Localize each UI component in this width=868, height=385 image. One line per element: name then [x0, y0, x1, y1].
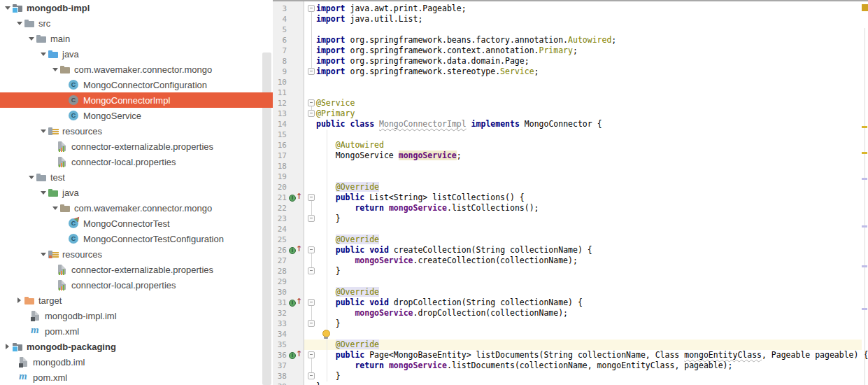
code-line[interactable]: } [316, 371, 341, 382]
code-line[interactable]: @Autowired [316, 140, 384, 150]
code-line[interactable]: mongoService.createCollection(collection… [316, 255, 578, 266]
fold-marker-start[interactable] [308, 246, 315, 253]
fold-marker-end[interactable] [308, 110, 315, 117]
line-number[interactable]: 3 [273, 4, 287, 14]
fold-marker-end[interactable] [308, 68, 315, 75]
line-number[interactable]: 12 [273, 98, 287, 108]
code-line[interactable]: import java.util.List; [316, 14, 422, 24]
tree-item[interactable]: target [0, 293, 273, 308]
line-number[interactable]: 11 [273, 88, 287, 98]
line-number[interactable]: 9 [273, 66, 287, 77]
code-line[interactable]: import org.springframework.stereotype.Se… [316, 66, 539, 77]
line-number[interactable]: 16 [273, 140, 287, 150]
tree-item[interactable]: com.wavemaker.connector.mongo [0, 62, 273, 77]
code-line[interactable]: import org.springframework.beans.factory… [316, 35, 616, 46]
line-number[interactable]: 19 [273, 172, 287, 182]
tree-item[interactable]: MongoService [0, 108, 273, 123]
implementing-method-gutter-icon[interactable]: ↑ [289, 193, 303, 202]
line-number[interactable]: 24 [273, 224, 287, 234]
fold-marker-start[interactable] [308, 194, 315, 201]
fold-marker-end[interactable] [308, 372, 315, 379]
code-line[interactable]: public class MongoConnectorImpl implemen… [316, 119, 602, 130]
inspection-status-indicator[interactable] [862, 4, 868, 11]
code-line[interactable]: return mongoService.listDocuments(collec… [316, 360, 732, 371]
chevron-down-icon[interactable] [50, 200, 59, 216]
stripe-mark-usage[interactable] [862, 178, 867, 180]
stripe-mark-warning[interactable] [862, 152, 867, 154]
code-line[interactable]: import org.springframework.context.annot… [316, 46, 578, 56]
line-number[interactable]: 33 [273, 318, 287, 329]
intention-bulb-icon[interactable] [322, 330, 330, 340]
code-line[interactable]: public List<String> listCollections() { [316, 192, 525, 203]
code-line[interactable]: public Page<MongoBaseEntity> listDocumen… [316, 350, 868, 360]
fold-marker-end[interactable] [308, 320, 315, 327]
line-number[interactable]: 8 [273, 56, 287, 66]
line-number[interactable]: 34 [273, 329, 287, 340]
stripe-mark-usage[interactable] [862, 308, 867, 310]
line-number[interactable]: 23 [273, 214, 287, 224]
code-line[interactable]: } [316, 266, 341, 276]
tree-item[interactable]: resources [0, 246, 273, 262]
line-number[interactable]: 39 [273, 382, 287, 385]
code-line[interactable]: import org.springframework.data.domain.P… [316, 56, 529, 66]
line-number[interactable]: 37 [273, 360, 287, 371]
tree-item[interactable]: connector-local.properties [0, 277, 273, 293]
tree-item[interactable]: mongodb.iml [0, 354, 273, 370]
chevron-down-icon[interactable] [38, 185, 48, 200]
fold-marker-start[interactable] [308, 299, 315, 306]
implementing-method-gutter-icon[interactable]: ↑ [289, 351, 303, 360]
line-number[interactable]: 7 [273, 46, 287, 56]
line-number[interactable]: 15 [273, 130, 287, 140]
tree-item[interactable]: MongoConnectorTest [0, 216, 273, 231]
tree-item[interactable]: connector-externalizable.properties [0, 139, 273, 154]
chevron-down-icon[interactable] [3, 0, 12, 15]
line-number[interactable]: 17 [273, 150, 287, 161]
fold-marker-start[interactable] [308, 5, 315, 12]
tree-item[interactable]: java [0, 46, 273, 62]
fold-marker-start[interactable] [308, 351, 315, 358]
chevron-down-icon[interactable] [50, 62, 59, 77]
code-line[interactable]: mongoService.dropCollection(collectionNa… [316, 308, 568, 318]
line-number[interactable]: 18 [273, 161, 287, 172]
line-number[interactable]: 13 [273, 108, 287, 119]
tree-item[interactable]: mongodb-impl.iml [0, 308, 273, 323]
line-number[interactable]: 5 [273, 24, 287, 35]
line-number[interactable]: 28 [273, 266, 287, 276]
code-line[interactable]: } [316, 214, 341, 224]
tree-item[interactable]: pom.xml [0, 323, 273, 339]
tree-item[interactable]: test [0, 169, 273, 185]
stripe-mark-usage[interactable] [862, 265, 867, 267]
fold-marker-end[interactable] [308, 267, 315, 274]
line-number[interactable]: 25 [273, 234, 287, 245]
tree-item[interactable]: connector-local.properties [0, 154, 273, 169]
code-line[interactable]: public void dropCollection(String collec… [316, 298, 583, 308]
code-line[interactable]: @Primary [316, 108, 355, 119]
line-number[interactable]: 30 [273, 287, 287, 298]
tree-item[interactable]: MongoConnectorTestConfiguration [0, 231, 273, 246]
line-number[interactable]: 35 [273, 340, 287, 350]
editor-scrollbar-track[interactable] [865, 28, 865, 385]
tree-item[interactable]: main [0, 31, 273, 46]
line-number[interactable]: 20 [273, 182, 287, 192]
chevron-down-icon[interactable] [27, 169, 36, 185]
chevron-down-icon[interactable] [38, 46, 48, 62]
line-number[interactable]: 4 [273, 14, 287, 24]
chevron-down-icon[interactable] [15, 15, 24, 31]
line-number[interactable]: 26 [273, 245, 287, 255]
chevron-down-icon[interactable] [38, 246, 48, 262]
implementing-method-gutter-icon[interactable]: ↑ [289, 246, 303, 255]
code-line[interactable]: @Override [316, 340, 379, 350]
tree-item[interactable]: src [0, 15, 273, 31]
chevron-down-icon[interactable] [27, 31, 36, 46]
tree-item[interactable]: connector-externalizable.properties [0, 262, 273, 277]
tree-item[interactable]: MongoConnectorImpl [0, 92, 273, 108]
tree-item[interactable]: mongodb-impl [0, 0, 273, 15]
code-line[interactable]: @Override [316, 234, 379, 245]
tree-item[interactable]: pom.xml [0, 370, 273, 385]
code-line[interactable]: @Override [316, 287, 379, 298]
chevron-right-icon[interactable] [15, 293, 24, 308]
line-number[interactable]: 21 [273, 192, 287, 203]
code-line[interactable]: @Service [316, 98, 355, 108]
line-number[interactable]: 29 [273, 276, 287, 287]
code-line[interactable]: import java.awt.print.Pageable; [316, 4, 467, 14]
